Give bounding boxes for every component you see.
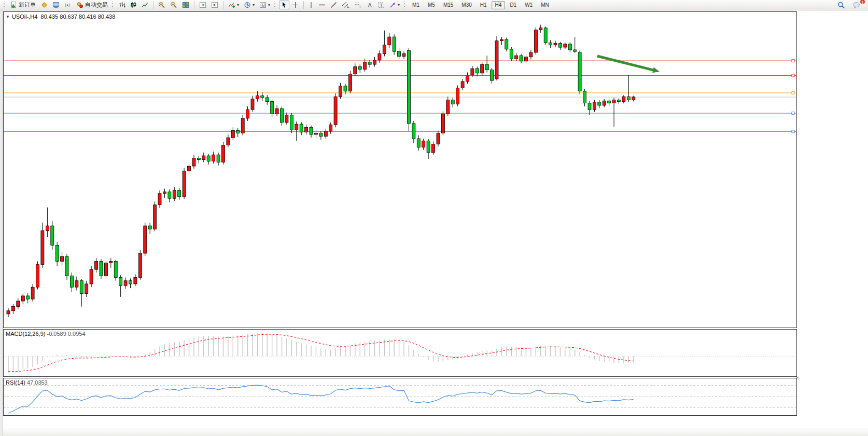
timeframe-h1-button[interactable]: H1	[477, 1, 491, 9]
bullish-candle	[7, 311, 10, 314]
tile-windows-button[interactable]	[180, 1, 191, 9]
autotrade-label: 自动交易	[85, 1, 108, 9]
bullish-candle	[183, 171, 186, 197]
fibonacci-button[interactable]: F	[352, 1, 364, 9]
bullish-candle	[471, 69, 474, 75]
chart-symbol-period: USOil-,H4	[12, 13, 38, 20]
bearish-candle	[608, 101, 611, 103]
bullish-candle	[363, 62, 367, 70]
bearish-candle	[573, 50, 577, 51]
crosshair-button[interactable]	[290, 1, 301, 9]
bearish-candle	[559, 44, 562, 48]
bullish-candle	[212, 155, 215, 161]
signals-button[interactable]	[62, 1, 74, 9]
bullish-candle	[432, 144, 435, 153]
bearish-candle	[568, 44, 571, 50]
toolbar-grip[interactable]	[274, 2, 277, 9]
bullish-candle	[529, 52, 533, 57]
bearish-candle	[281, 108, 284, 122]
search-button[interactable]	[835, 1, 847, 9]
autotrade-button[interactable]: 自动交易	[74, 1, 110, 9]
chart-window[interactable]: ▼USOil-,H4 80.435 80.637 80.416 80.438 M…	[3, 10, 868, 436]
chevron-down-icon: ▾	[398, 3, 400, 8]
bearish-candle	[578, 52, 581, 91]
bearish-candle	[290, 115, 293, 130]
bullish-candle	[256, 96, 259, 99]
chat-button[interactable]: 1	[850, 1, 863, 9]
bullish-candle	[138, 253, 142, 278]
templates-button[interactable]: ▾	[257, 1, 272, 9]
bearish-candle	[207, 156, 210, 161]
new-order-icon	[10, 2, 17, 8]
label-button[interactable]: T	[375, 1, 387, 9]
bearish-candle	[114, 262, 117, 278]
vertical-line-button[interactable]	[306, 1, 316, 9]
level-line-handle	[792, 112, 794, 115]
auto-scroll-icon	[199, 2, 206, 8]
indicators-button[interactable]: ▾	[226, 1, 241, 9]
bullish-candle	[315, 133, 318, 135]
timeframe-h4-button[interactable]: H4	[492, 1, 506, 9]
toolbar-grip[interactable]	[4, 2, 6, 9]
timeframe-m5-button[interactable]: M5	[424, 1, 439, 9]
timeframe-mn-button[interactable]: MN	[537, 1, 553, 9]
new-chart-button[interactable]	[50, 1, 62, 9]
autotrade-icon	[76, 2, 83, 8]
zoom-out-button[interactable]	[168, 1, 179, 9]
chart-canvas[interactable]	[3, 10, 868, 436]
line-chart-icon	[142, 2, 148, 8]
bearish-candle	[80, 281, 83, 294]
fibonacci-icon: F	[354, 2, 362, 8]
chart-candlesticks-button[interactable]	[128, 1, 139, 9]
new-order-button[interactable]: 新订单	[8, 1, 38, 9]
timeframe-w1-button[interactable]: W1	[521, 1, 536, 9]
horizontal-line-icon	[318, 2, 326, 8]
timeframe-m1-button[interactable]: M1	[409, 1, 423, 9]
bearish-candle	[197, 158, 200, 159]
zoom-in-button[interactable]	[156, 1, 167, 9]
timeframe-group: M1M5M15M30H1H4D1W1MN	[409, 1, 553, 9]
vertical-line-icon	[309, 2, 314, 8]
bullish-candle	[437, 133, 440, 144]
level-line-handle	[792, 60, 794, 62]
channel-button[interactable]: E	[340, 1, 352, 9]
toolbar-separator	[153, 1, 153, 9]
bullish-candle	[466, 75, 469, 81]
horizontal-line-button[interactable]	[316, 1, 328, 9]
periods-button[interactable]: ▾	[242, 1, 257, 9]
toolbar-grip[interactable]	[112, 2, 115, 9]
bearish-candle	[148, 226, 151, 229]
timeframe-m30-button[interactable]: M30	[458, 1, 475, 9]
bullish-candle	[31, 287, 34, 299]
bullish-candle	[329, 125, 332, 131]
bullish-candle	[324, 131, 327, 137]
bars-chart-icon	[119, 2, 125, 8]
timeframe-m15-button[interactable]: M15	[440, 1, 457, 9]
toolbar-grip[interactable]	[404, 2, 407, 9]
bearish-candle	[100, 262, 103, 276]
one-click-collapse-icon[interactable]: ▼	[6, 15, 10, 19]
chart-shift-button[interactable]	[209, 1, 220, 9]
bullish-candle	[202, 156, 205, 160]
arrows-tool-button[interactable]: ▾	[387, 1, 402, 9]
bearish-candle	[129, 281, 132, 284]
cursor-button[interactable]	[279, 1, 289, 9]
market-watch-button[interactable]	[38, 1, 50, 9]
trendline-button[interactable]	[328, 1, 339, 9]
bullish-candle	[554, 44, 557, 45]
template-icon	[259, 2, 267, 8]
bullish-candle	[539, 28, 542, 30]
bearish-candle	[544, 28, 547, 43]
mt4-window: 新订单 自动交易	[0, 0, 868, 436]
bullish-candle	[500, 39, 503, 41]
bullish-candle	[46, 226, 49, 230]
bullish-candle	[422, 141, 425, 147]
auto-scroll-button[interactable]	[197, 1, 208, 9]
timeframe-d1-button[interactable]: D1	[506, 1, 520, 9]
chart-bars-button[interactable]	[117, 1, 128, 9]
bullish-candle	[285, 115, 288, 122]
chart-line-button[interactable]	[139, 1, 150, 9]
macd-pane-frame	[4, 330, 797, 377]
text-button[interactable]: A	[365, 1, 375, 9]
bullish-candle	[17, 301, 20, 307]
